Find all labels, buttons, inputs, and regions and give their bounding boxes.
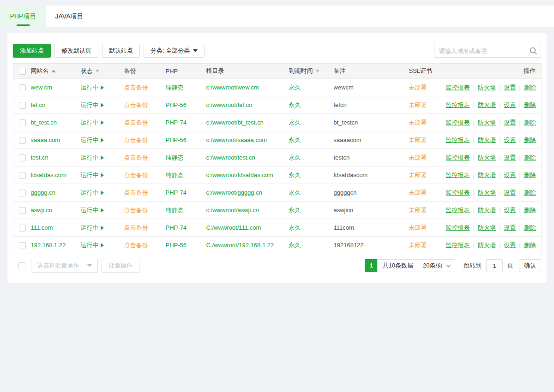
- default-site-button[interactable]: 默认站点: [102, 44, 140, 58]
- row-action-delete[interactable]: 删除: [524, 101, 536, 108]
- site-status-toggle[interactable]: 运行中: [81, 119, 104, 126]
- row-action-settings[interactable]: 设置: [504, 119, 516, 126]
- row-action-settings[interactable]: 设置: [504, 242, 516, 249]
- row-action-firewall[interactable]: 防火墙: [478, 189, 496, 196]
- site-status-toggle[interactable]: 运行中: [81, 101, 104, 108]
- category-filter-dropdown[interactable]: 分类: 全部分类: [144, 44, 205, 58]
- site-status-toggle[interactable]: 运行中: [81, 224, 104, 231]
- backup-link[interactable]: 点击备份: [124, 172, 148, 178]
- php-version[interactable]: PHP-74: [166, 119, 187, 126]
- row-action-delete[interactable]: 删除: [524, 84, 536, 91]
- root-dir-link[interactable]: c:/wwwroot/wew.cm: [206, 84, 259, 91]
- batch-action-select[interactable]: 请选择批量操作: [31, 259, 98, 273]
- row-checkbox[interactable]: [19, 154, 26, 161]
- ssl-status-link[interactable]: 未部署: [409, 101, 427, 108]
- backup-link[interactable]: 点击备份: [124, 137, 148, 143]
- ssl-status-link[interactable]: 未部署: [409, 242, 427, 249]
- row-action-delete[interactable]: 删除: [524, 137, 536, 143]
- add-site-button[interactable]: 添加站点: [13, 44, 51, 58]
- row-checkbox[interactable]: [19, 137, 26, 144]
- php-version[interactable]: 纯静态: [166, 207, 184, 214]
- site-domain-link[interactable]: 111.com: [31, 224, 53, 231]
- row-action-delete[interactable]: 删除: [524, 207, 536, 214]
- ssl-status-link[interactable]: 未部署: [409, 84, 427, 91]
- php-version[interactable]: PHP-74: [166, 224, 187, 231]
- row-action-settings[interactable]: 设置: [504, 189, 516, 196]
- php-version[interactable]: 纯静态: [166, 84, 184, 91]
- php-version[interactable]: PHP-56: [166, 101, 187, 108]
- row-checkbox[interactable]: [19, 102, 26, 109]
- root-dir-link[interactable]: c:/wwwroot/fef.cn: [206, 101, 253, 108]
- row-action-firewall[interactable]: 防火墙: [478, 207, 496, 214]
- row-checkbox[interactable]: [19, 207, 26, 214]
- site-status-toggle[interactable]: 运行中: [81, 172, 104, 178]
- site-status-toggle[interactable]: 运行中: [81, 154, 104, 161]
- row-action-delete[interactable]: 删除: [524, 189, 536, 196]
- site-domain-link[interactable]: saaaa.com: [31, 137, 60, 143]
- row-action-monitor-report[interactable]: 监控报表: [446, 84, 470, 91]
- row-action-firewall[interactable]: 防火墙: [478, 137, 496, 143]
- row-action-settings[interactable]: 设置: [504, 224, 516, 231]
- site-domain-link[interactable]: wew.cm: [31, 84, 52, 91]
- row-checkbox[interactable]: [19, 190, 26, 196]
- ssl-status-link[interactable]: 未部署: [409, 207, 427, 214]
- row-checkbox[interactable]: [19, 84, 26, 91]
- php-version[interactable]: 纯静态: [166, 172, 184, 178]
- row-checkbox[interactable]: [19, 119, 26, 126]
- jump-page-input[interactable]: [486, 259, 503, 272]
- ssl-status-link[interactable]: 未部署: [409, 119, 427, 126]
- site-status-toggle[interactable]: 运行中: [81, 242, 104, 249]
- row-action-firewall[interactable]: 防火墙: [478, 242, 496, 249]
- php-version[interactable]: 纯静态: [166, 154, 184, 161]
- expire-time[interactable]: 永久: [289, 119, 301, 126]
- backup-link[interactable]: 点击备份: [124, 154, 148, 161]
- ssl-status-link[interactable]: 未部署: [409, 189, 427, 196]
- expire-time[interactable]: 永久: [289, 172, 301, 178]
- site-domain-link[interactable]: bt_test.cn: [31, 119, 57, 126]
- site-status-toggle[interactable]: 运行中: [81, 207, 104, 214]
- tab-java-project[interactable]: JAVA项目: [46, 6, 92, 27]
- php-version[interactable]: PHP-56: [166, 242, 187, 249]
- row-action-settings[interactable]: 设置: [504, 207, 516, 214]
- backup-link[interactable]: 点击备份: [124, 224, 148, 231]
- expire-time[interactable]: 永久: [289, 242, 301, 249]
- row-action-firewall[interactable]: 防火墙: [478, 101, 496, 108]
- root-dir-link[interactable]: C:/wwwroot/192.168.1.22: [206, 242, 274, 249]
- footer-select-all-checkbox[interactable]: [18, 262, 25, 269]
- row-action-monitor-report[interactable]: 监控报表: [446, 172, 470, 178]
- col-status[interactable]: 状态: [81, 64, 124, 79]
- backup-link[interactable]: 点击备份: [124, 119, 148, 126]
- php-version[interactable]: PHP-74: [166, 189, 187, 196]
- backup-link[interactable]: 点击备份: [124, 242, 148, 249]
- row-action-firewall[interactable]: 防火墙: [478, 84, 496, 91]
- site-domain-link[interactable]: fef.cn: [31, 101, 46, 108]
- modify-default-page-button[interactable]: 修改默认页: [54, 44, 98, 58]
- row-action-settings[interactable]: 设置: [504, 172, 516, 178]
- backup-link[interactable]: 点击备份: [124, 189, 148, 196]
- root-dir-link[interactable]: c:/wwwroot/test.cn: [206, 154, 255, 161]
- expire-time[interactable]: 永久: [289, 154, 301, 161]
- row-checkbox[interactable]: [19, 225, 26, 232]
- row-action-delete[interactable]: 删除: [524, 119, 536, 126]
- site-domain-link[interactable]: fdsafdas.com: [31, 172, 66, 178]
- row-action-delete[interactable]: 删除: [524, 172, 536, 178]
- site-domain-link[interactable]: aswji.cn: [31, 207, 52, 214]
- row-action-delete[interactable]: 删除: [524, 242, 536, 249]
- page-number-current[interactable]: 1: [365, 259, 378, 272]
- select-all-checkbox[interactable]: [19, 68, 26, 75]
- php-version[interactable]: PHP-56: [166, 137, 187, 143]
- row-action-monitor-report[interactable]: 监控报表: [446, 119, 470, 126]
- batch-action-button[interactable]: 批量操作: [102, 259, 139, 273]
- site-domain-link[interactable]: 192.168.1.22: [31, 242, 66, 249]
- row-action-firewall[interactable]: 防火墙: [478, 172, 496, 178]
- root-dir-link[interactable]: c:/wwwroot/saaaa.com: [206, 137, 267, 143]
- ssl-status-link[interactable]: 未部署: [409, 154, 427, 161]
- site-status-toggle[interactable]: 运行中: [81, 84, 104, 91]
- root-dir-link[interactable]: c:/wwwroot/ggggg.cn: [206, 189, 262, 196]
- col-domain[interactable]: 网站名: [31, 64, 81, 79]
- root-dir-link[interactable]: c:/wwwroot/fdsafdas.com: [206, 172, 273, 178]
- row-action-monitor-report[interactable]: 监控报表: [446, 224, 470, 231]
- row-action-settings[interactable]: 设置: [504, 137, 516, 143]
- row-checkbox[interactable]: [19, 242, 26, 249]
- backup-link[interactable]: 点击备份: [124, 84, 148, 91]
